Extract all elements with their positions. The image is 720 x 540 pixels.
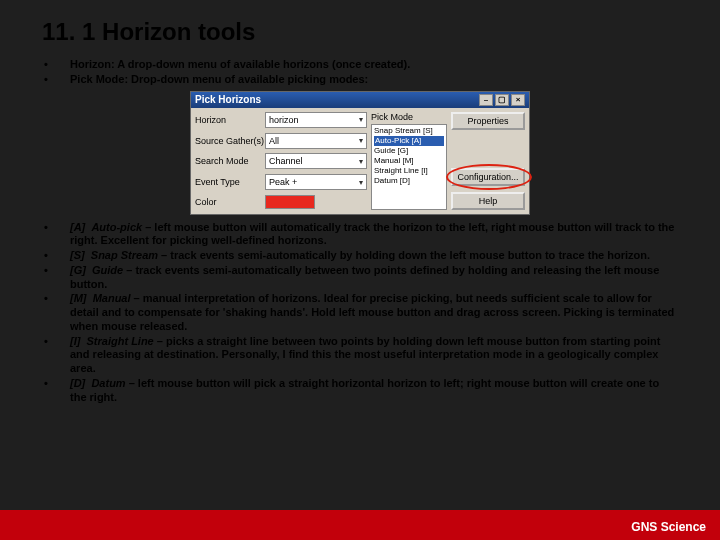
- bullet-item: •[D] Datum – left mouse button will pick…: [42, 377, 678, 405]
- search-dropdown[interactable]: Channel: [265, 153, 367, 169]
- bullet-item: •[M] Manual – manual interpretation of h…: [42, 292, 678, 333]
- dialog-title-text: Pick Horizons: [195, 94, 261, 105]
- color-label: Color: [195, 197, 265, 207]
- properties-button[interactable]: Properties: [451, 112, 525, 130]
- pickmode-label: Pick Mode: [371, 112, 447, 122]
- list-item[interactable]: Straight Line [I]: [374, 166, 444, 176]
- bullet-item: • Pick Mode: Drop-down menu of available…: [42, 73, 678, 87]
- embedded-dialog-screenshot: Pick Horizons – ▢ × Horizon horizon Sour…: [42, 91, 678, 215]
- bullet-item: •[A] Auto-pick – left mouse button will …: [42, 221, 678, 249]
- mode-description: [D] Datum – left mouse button will pick …: [70, 377, 678, 405]
- bullet-item: •[I] Straight Line – picks a straight li…: [42, 335, 678, 376]
- source-dropdown[interactable]: All: [265, 133, 367, 149]
- color-swatch[interactable]: [265, 195, 367, 209]
- help-button[interactable]: Help: [451, 192, 525, 210]
- bullet-item: •[S] Snap Stream – track events semi-aut…: [42, 249, 678, 263]
- close-icon[interactable]: ×: [511, 94, 525, 106]
- horizon-dropdown[interactable]: horizon: [265, 112, 367, 128]
- list-item[interactable]: Datum [D]: [374, 176, 444, 186]
- list-item[interactable]: Manual [M]: [374, 156, 444, 166]
- dialog-titlebar: Pick Horizons – ▢ ×: [191, 92, 529, 108]
- mode-description: [M] Manual – manual interpretation of ho…: [70, 292, 678, 333]
- pick-horizons-dialog: Pick Horizons – ▢ × Horizon horizon Sour…: [190, 91, 530, 215]
- list-item[interactable]: Guide [G]: [374, 146, 444, 156]
- mode-description: [I] Straight Line – picks a straight lin…: [70, 335, 678, 376]
- footer-text: GNS Science: [631, 520, 706, 534]
- event-dropdown[interactable]: Peak +: [265, 174, 367, 190]
- configuration-button[interactable]: Configuration...: [451, 168, 525, 186]
- horizon-label: Horizon: [195, 115, 265, 125]
- mode-description: [G] Guide – track events semi-automatica…: [70, 264, 678, 292]
- bullet-item: •[G] Guide – track events semi-automatic…: [42, 264, 678, 292]
- minimize-icon[interactable]: –: [479, 94, 493, 106]
- source-label: Source Gather(s): [195, 136, 265, 146]
- search-label: Search Mode: [195, 156, 265, 166]
- bullet-item: • Horizon: A drop-down menu of available…: [42, 58, 678, 72]
- slide-title: 11. 1 Horizon tools: [42, 18, 678, 46]
- top-bullet-list: • Horizon: A drop-down menu of available…: [42, 58, 678, 87]
- mode-bullet-list: •[A] Auto-pick – left mouse button will …: [42, 221, 678, 405]
- event-label: Event Type: [195, 177, 265, 187]
- footer-bar: GNS Science: [0, 510, 720, 540]
- pickmode-listbox[interactable]: Snap Stream [S] Auto-Pick [A] Guide [G] …: [371, 124, 447, 210]
- list-item[interactable]: Snap Stream [S]: [374, 126, 444, 136]
- mode-description: [A] Auto-pick – left mouse button will a…: [70, 221, 678, 249]
- maximize-icon[interactable]: ▢: [495, 94, 509, 106]
- list-item[interactable]: Auto-Pick [A]: [374, 136, 444, 146]
- mode-description: [S] Snap Stream – track events semi-auto…: [70, 249, 678, 263]
